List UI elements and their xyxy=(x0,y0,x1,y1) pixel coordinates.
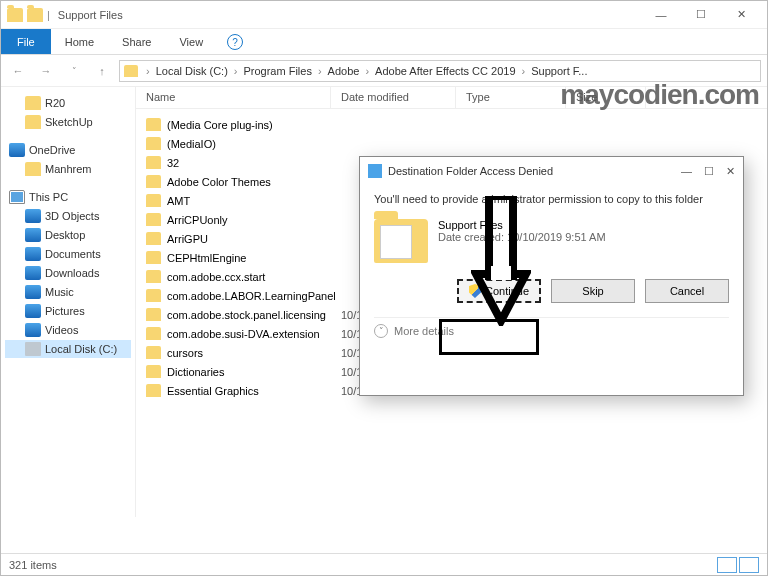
tree-item-manhrem[interactable]: Manhrem xyxy=(5,160,131,178)
tree-item-sketchup[interactable]: SketchUp xyxy=(5,113,131,131)
tree-label: SketchUp xyxy=(45,116,93,128)
dialog-close-button[interactable]: ✕ xyxy=(726,165,735,178)
folder-icon xyxy=(146,289,161,302)
dialog-maximize-button[interactable]: ☐ xyxy=(704,165,714,178)
status-bar: 321 items xyxy=(1,553,767,575)
tab-view[interactable]: View xyxy=(165,29,217,54)
dialog-minimize-button[interactable]: — xyxy=(681,165,692,178)
up-button[interactable]: ↑ xyxy=(91,60,113,82)
3dobjects-icon xyxy=(25,209,41,223)
tree-item-r20[interactable]: R20 xyxy=(5,94,131,112)
chevron-right-icon: › xyxy=(144,65,152,77)
col-date[interactable]: Date modified xyxy=(331,87,456,108)
window-title: Support Files xyxy=(58,9,123,21)
icons-view-button[interactable] xyxy=(739,557,759,573)
cancel-button[interactable]: Cancel xyxy=(645,279,729,303)
back-button[interactable]: ← xyxy=(7,60,29,82)
tree-label: Music xyxy=(45,286,74,298)
file-name: Dictionaries xyxy=(167,366,224,378)
file-name: (MediaIO) xyxy=(167,138,216,150)
tree-item-music[interactable]: Music xyxy=(5,283,131,301)
tab-share[interactable]: Share xyxy=(108,29,165,54)
watermark: maycodien.com xyxy=(560,79,759,111)
details-view-button[interactable] xyxy=(717,557,737,573)
quick-access-toolbar: | xyxy=(7,8,50,22)
tab-home[interactable]: Home xyxy=(51,29,108,54)
desktop-icon xyxy=(25,228,41,242)
button-label: Continue xyxy=(485,285,529,297)
window-controls: — ☐ ✕ xyxy=(641,2,761,28)
forward-button[interactable]: → xyxy=(35,60,57,82)
table-row[interactable]: (Media Core plug-ins) xyxy=(136,115,767,134)
file-name: cursors xyxy=(167,347,203,359)
maximize-button[interactable]: ☐ xyxy=(681,2,721,28)
help-icon[interactable]: ? xyxy=(227,34,243,50)
chevron-right-icon: › xyxy=(363,65,371,77)
onedrive-icon xyxy=(9,143,25,157)
skip-button[interactable]: Skip xyxy=(551,279,635,303)
file-name: (Media Core plug-ins) xyxy=(167,119,273,131)
downloads-icon xyxy=(25,266,41,280)
pictures-icon xyxy=(25,304,41,318)
videos-icon xyxy=(25,323,41,337)
folder-icon xyxy=(146,270,161,283)
titlebar: | Support Files — ☐ ✕ xyxy=(1,1,767,29)
folder-icon xyxy=(146,118,161,131)
folder-icon xyxy=(146,213,161,226)
folder-icon xyxy=(146,194,161,207)
tree-item-onedrive[interactable]: OneDrive xyxy=(5,141,131,159)
navigation-tree[interactable]: R20 SketchUp OneDrive Manhrem This PC 3D… xyxy=(1,87,136,517)
tree-item-3dobjects[interactable]: 3D Objects xyxy=(5,207,131,225)
tree-item-desktop[interactable]: Desktop xyxy=(5,226,131,244)
file-name: Essential Graphics xyxy=(167,385,259,397)
tree-item-documents[interactable]: Documents xyxy=(5,245,131,263)
continue-button[interactable]: Continue xyxy=(457,279,541,303)
documents-icon xyxy=(25,247,41,261)
minimize-button[interactable]: — xyxy=(641,2,681,28)
folder-icon xyxy=(7,8,23,22)
tree-item-pictures[interactable]: Pictures xyxy=(5,302,131,320)
tree-label: Pictures xyxy=(45,305,85,317)
dialog-folder-name: Support Files xyxy=(438,219,606,231)
tree-item-downloads[interactable]: Downloads xyxy=(5,264,131,282)
breadcrumb[interactable]: Local Disk (C:) xyxy=(154,65,230,77)
divider: | xyxy=(47,9,50,21)
tree-label: Videos xyxy=(45,324,78,336)
tree-item-localdisk[interactable]: Local Disk (C:) xyxy=(5,340,131,358)
breadcrumb[interactable]: Support F... xyxy=(529,65,589,77)
breadcrumb[interactable]: Adobe After Effects CC 2019 xyxy=(373,65,517,77)
recent-dropdown[interactable]: ˅ xyxy=(63,60,85,82)
folder-icon xyxy=(146,384,161,397)
folder-icon xyxy=(146,137,161,150)
folder-icon xyxy=(146,308,161,321)
music-icon xyxy=(25,285,41,299)
file-name: ArriGPU xyxy=(167,233,208,245)
file-name: 32 xyxy=(167,157,179,169)
disk-icon xyxy=(25,342,41,356)
dialog-message: You'll need to provide administrator per… xyxy=(374,193,729,205)
dialog-body: You'll need to provide administrator per… xyxy=(360,185,743,352)
file-name: com.adobe.stock.panel.licensing xyxy=(167,309,326,321)
folder-icon xyxy=(25,162,41,176)
tree-label: 3D Objects xyxy=(45,210,99,222)
col-type[interactable]: Type xyxy=(456,87,566,108)
shield-icon xyxy=(469,284,481,298)
folder-icon xyxy=(146,365,161,378)
tree-label: Downloads xyxy=(45,267,99,279)
tree-label: Manhrem xyxy=(45,163,91,175)
dialog-controls: — ☐ ✕ xyxy=(681,165,735,178)
tab-file[interactable]: File xyxy=(1,29,51,54)
folder-icon xyxy=(146,327,161,340)
folder-icon xyxy=(146,251,161,264)
close-button[interactable]: ✕ xyxy=(721,2,761,28)
chevron-right-icon: › xyxy=(316,65,324,77)
breadcrumb[interactable]: Adobe xyxy=(326,65,362,77)
more-details-toggle[interactable]: ˅ More details xyxy=(374,317,729,344)
dialog-title: Destination Folder Access Denied xyxy=(388,165,553,177)
tree-item-videos[interactable]: Videos xyxy=(5,321,131,339)
access-denied-dialog: Destination Folder Access Denied — ☐ ✕ Y… xyxy=(359,156,744,396)
col-name[interactable]: Name xyxy=(136,87,331,108)
tree-item-thispc[interactable]: This PC xyxy=(5,188,131,206)
breadcrumb[interactable]: Program Files xyxy=(241,65,313,77)
table-row[interactable]: (MediaIO) xyxy=(136,134,767,153)
